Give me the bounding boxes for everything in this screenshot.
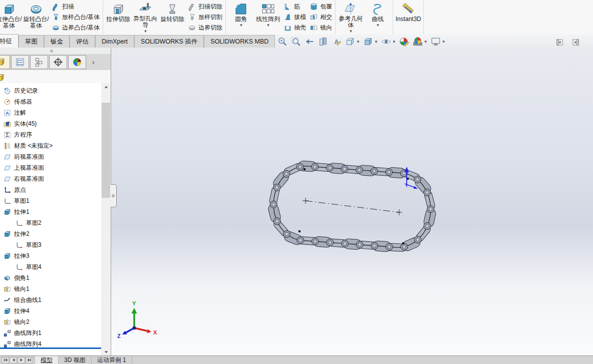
dropdown-arrow-icon[interactable]: ▼	[349, 29, 353, 34]
dropdown-arrow-icon[interactable]: ▼	[266, 23, 270, 28]
tree-item[interactable]: 原点	[0, 184, 101, 195]
headsup-zoom-to-area-button[interactable]	[290, 36, 302, 47]
ribbon-button-mirror-feature[interactable]: 镜向	[308, 23, 334, 33]
ribbon-button-extrude-boss[interactable]: 拉伸凸台/基体	[0, 1, 23, 34]
graphics-viewport[interactable]: YXZ	[111, 48, 593, 355]
tree-item[interactable]: 草图3	[0, 239, 101, 250]
command-tab-features[interactable]: 特征	[0, 34, 19, 48]
tree-item[interactable]: A注解	[0, 107, 101, 118]
dropdown-arrow-icon[interactable]: ▼	[143, 29, 147, 34]
rollback-bar[interactable]	[0, 347, 101, 349]
ribbon-button-boundary[interactable]: 边界凸台/基体	[50, 23, 101, 33]
headsup-annotation-visibility-button[interactable]: A	[331, 36, 343, 47]
tree-item[interactable]: Σ方程序	[0, 129, 101, 140]
panel-top-grip[interactable]	[0, 48, 111, 55]
headsup-zoom-to-fit-button[interactable]	[276, 36, 288, 47]
scroll-down-button[interactable]	[102, 348, 110, 355]
document-tab-2[interactable]: 运动算例 1	[92, 356, 132, 364]
document-tab-0[interactable]: 模型	[35, 356, 59, 364]
ribbon-button-extrude-cut[interactable]: 拉伸切除	[105, 1, 132, 34]
dropdown-arrow-icon[interactable]: ▼	[442, 40, 446, 44]
ribbon-button-boundary-cut[interactable]: 边界切除	[186, 23, 224, 33]
command-tab-6[interactable]: SOLIDWORKS MBD	[204, 35, 275, 48]
command-tab-5[interactable]: SOLIDWORKS 插件	[134, 35, 204, 48]
tree-item[interactable]: 拉伸4	[0, 305, 101, 316]
tree-item[interactable]: 镜向1	[0, 283, 101, 294]
tree-item[interactable]: 材质 <未指定>	[0, 140, 101, 151]
ribbon-button-draft[interactable]: 拔模	[282, 12, 308, 23]
ribbon-button-revolve-boss[interactable]: 旋转凸台/基体	[23, 1, 50, 34]
chain-model-canvas[interactable]: YXZ	[111, 48, 593, 355]
command-tab-4[interactable]: DimXpert	[95, 35, 134, 48]
scrollbar-thumb[interactable]	[102, 103, 110, 198]
fm-tabs-expand-chevron[interactable]: ›	[92, 58, 95, 66]
dropdown-arrow-icon[interactable]: ▼	[376, 23, 380, 28]
fm-tab-property-manager[interactable]	[11, 55, 29, 69]
tree-item[interactable]: 曲线阵列1	[0, 327, 101, 338]
tree-item[interactable]: 上视基准面	[0, 162, 101, 173]
first-tab-button[interactable]	[2, 357, 9, 363]
roller-chain-model[interactable]	[267, 161, 437, 252]
headsup-apply-scene-button[interactable]: ▼	[412, 36, 428, 47]
dropdown-arrow-icon[interactable]: ▼	[424, 40, 428, 44]
collapse-right-pane-button[interactable]	[572, 39, 579, 46]
fm-tab-featuremanager-design-tree[interactable]	[0, 55, 10, 69]
ribbon-button-hole-wizard[interactable]: 异型孔向导▼	[132, 1, 159, 34]
tree-item[interactable]: 倒角1	[0, 272, 101, 283]
fm-tab-dimxpert-manager[interactable]	[49, 55, 67, 69]
hide-show-items-icon	[381, 36, 392, 47]
dropdown-arrow-icon[interactable]: ▼	[239, 23, 243, 28]
command-tab-3[interactable]: 评估	[70, 35, 95, 48]
previous-tab-button[interactable]	[10, 357, 17, 363]
fm-tab-configuration-manager[interactable]	[30, 55, 48, 69]
ribbon-button-loft[interactable]: 放样凸台/基体	[50, 12, 101, 23]
tree-item[interactable]: 前视基准面	[0, 151, 101, 162]
ribbon-button-shell[interactable]: 抽壳	[282, 23, 308, 33]
headsup-edit-appearance-button[interactable]	[398, 36, 410, 47]
tree-item[interactable]: 草图1	[0, 195, 101, 206]
headsup-section-view-button[interactable]	[317, 36, 329, 47]
tree-item[interactable]: 草图4	[0, 261, 101, 272]
fm-tab-display-manager[interactable]	[68, 55, 86, 69]
next-tab-button[interactable]	[18, 357, 25, 363]
document-tab-1[interactable]: 3D 视图	[59, 356, 92, 364]
tree-item[interactable]: 实体(45)	[0, 118, 101, 129]
ribbon-button-wrap[interactable]: 包覆	[308, 2, 334, 12]
ribbon-button-reference-geometry[interactable]: 参考几何体▼	[337, 1, 364, 34]
tree-item[interactable]: 拉伸3	[0, 250, 101, 261]
ribbon-button-instant3d[interactable]: Instant3D	[395, 1, 422, 34]
headsup-view-orientation-button[interactable]: ▼	[344, 36, 361, 47]
ribbon-button-loft-cut[interactable]: 放样切割	[186, 12, 224, 23]
panel-splitter-grip[interactable]	[111, 184, 117, 207]
last-tab-button[interactable]	[26, 357, 33, 363]
tree-item[interactable]: 组合曲线1	[0, 294, 101, 305]
ribbon-button-sweep[interactable]: 扫描	[50, 2, 101, 12]
tree-item[interactable]: 拉伸2	[0, 228, 101, 239]
dropdown-arrow-icon[interactable]: ▼	[392, 40, 396, 44]
ribbon-button-intersect[interactable]: 相交	[308, 12, 334, 23]
tree-item[interactable]: 拉伸1	[0, 206, 101, 217]
tree-item[interactable]: 镜向2	[0, 316, 101, 327]
headsup-hide-show-items-button[interactable]: ▼	[380, 36, 397, 47]
dropdown-arrow-icon[interactable]: ▼	[356, 40, 360, 44]
headsup-view-settings-button[interactable]: ▼	[430, 36, 446, 47]
command-tab-2[interactable]: 钣金	[44, 35, 70, 48]
tree-item[interactable]: 右视基准面	[0, 173, 101, 184]
tree-item[interactable]: 历史记录	[0, 85, 101, 96]
collapse-left-pane-button[interactable]	[556, 39, 563, 46]
scroll-up-button[interactable]	[102, 83, 110, 91]
ribbon-button-fillet[interactable]: 圆角▼	[227, 1, 254, 34]
headsup-previous-view-button[interactable]	[304, 36, 316, 47]
tree-scrollbar[interactable]	[101, 83, 111, 355]
part-name-row[interactable]	[0, 70, 111, 84]
tree-item[interactable]: 草图2	[0, 217, 101, 228]
ribbon-button-linear-pattern[interactable]: 线性阵列▼	[254, 1, 281, 34]
ribbon-button-revolve-cut[interactable]: 旋转切除	[159, 1, 186, 34]
ribbon-button-rib[interactable]: 筋	[282, 2, 308, 12]
headsup-display-style-button[interactable]: ▼	[362, 36, 379, 47]
command-tab-1[interactable]: 草图	[19, 35, 44, 48]
dropdown-arrow-icon[interactable]: ▼	[374, 40, 378, 44]
ribbon-button-sweep-cut[interactable]: 扫描切除	[186, 2, 224, 12]
ribbon-button-curves[interactable]: 曲线▼	[364, 1, 391, 34]
tree-item[interactable]: 传感器	[0, 96, 101, 107]
